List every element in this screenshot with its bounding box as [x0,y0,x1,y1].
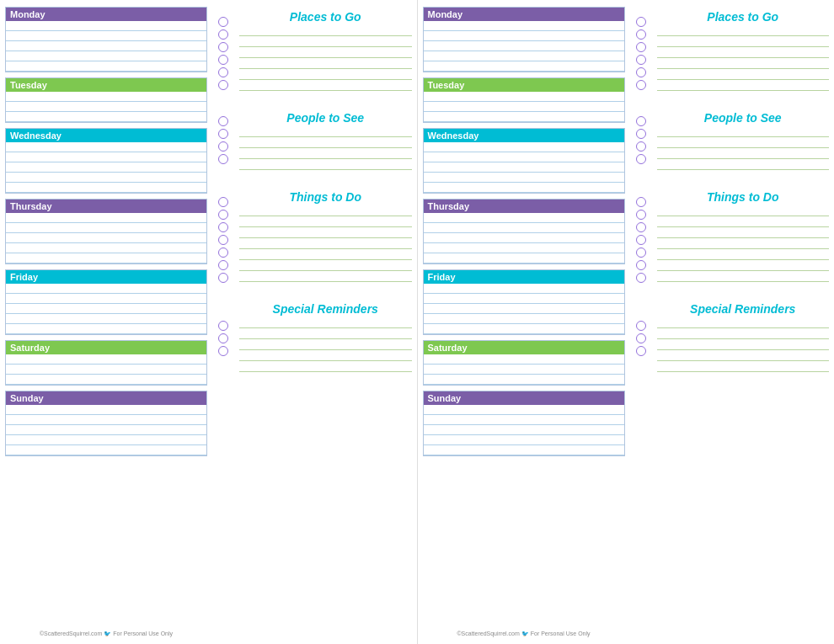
circle[interactable] [218,235,228,245]
day-line [424,365,624,375]
circle[interactable] [218,42,228,52]
circle[interactable] [218,116,228,126]
circle[interactable] [636,42,646,52]
day-line [6,435,206,445]
section-line [657,148,830,159]
right-circles-column [628,7,654,637]
section-line [657,350,830,361]
places-lines [239,25,412,91]
friday-header: Friday [6,270,206,284]
friday-block-r: Friday [423,269,625,335]
thursday-header: Thursday [6,200,206,213]
circle[interactable] [636,235,646,245]
circle[interactable] [636,346,646,356]
day-line [424,354,624,365]
circle[interactable] [218,67,228,77]
tuesday-lines-r [424,92,624,122]
things-section-r: Things to Do [657,187,830,282]
left-days-column: Monday Tuesday W [5,7,207,637]
day-line [6,304,206,314]
footer-copyright-r: ©ScatteredSquirrel.com [457,631,519,636]
left-circles-column [211,7,236,637]
section-line [657,58,830,69]
circle[interactable] [218,273,228,283]
circle[interactable] [636,80,646,90]
circle[interactable] [636,247,646,258]
day-line [424,223,624,233]
section-line [657,36,830,47]
section-line [657,216,830,227]
day-line [424,41,624,51]
circle[interactable] [218,129,228,139]
section-line [657,339,830,350]
things-title: Things to Do [239,187,412,205]
special-section-r: Special Reminders [657,299,830,372]
places-circles-r [636,17,646,93]
day-line [424,314,624,324]
circle[interactable] [636,222,646,232]
places-title-r: Places to Go [657,7,830,25]
circle[interactable] [636,141,646,152]
thursday-header-r: Thursday [424,200,624,213]
circle[interactable] [218,222,228,232]
section-line [239,36,412,47]
circle[interactable] [218,197,228,207]
circle[interactable] [218,346,228,356]
circle[interactable] [218,210,228,220]
circle[interactable] [636,116,646,126]
wednesday-lines-r [424,142,624,193]
people-circles [218,116,228,167]
circle[interactable] [218,333,228,343]
day-line [424,324,624,334]
right-footer: ©ScatteredSquirrel.com 🐦 For Personal Us… [423,629,625,637]
circle[interactable] [636,17,646,27]
circle[interactable] [636,321,646,331]
day-line [6,445,206,455]
circle[interactable] [218,29,228,40]
circle[interactable] [636,210,646,220]
section-line [239,238,412,249]
circle[interactable] [218,55,228,65]
saturday-lines-r [424,354,624,385]
circle[interactable] [218,260,228,270]
circle[interactable] [636,197,646,207]
day-line [424,375,624,385]
day-line [424,405,624,415]
circle[interactable] [218,247,228,258]
people-circles-r [636,116,646,167]
section-line [239,126,412,137]
people-lines-r [657,126,830,170]
people-title-r: People to See [657,108,830,126]
day-line [6,31,206,41]
circle[interactable] [218,141,228,152]
section-line [239,260,412,271]
monday-lines-r [424,21,624,72]
section-line [239,58,412,69]
circle[interactable] [636,129,646,139]
circle[interactable] [218,154,228,164]
circle[interactable] [218,17,228,27]
circle[interactable] [636,29,646,40]
section-line [657,238,830,249]
circle[interactable] [636,55,646,65]
section-line [239,361,412,372]
day-line [6,294,206,304]
circle[interactable] [636,273,646,283]
sunday-block: Sunday [5,391,207,456]
monday-block-r: Monday [423,7,625,72]
friday-lines-r [424,284,624,334]
wednesday-header: Wednesday [6,129,206,142]
circle[interactable] [218,80,228,90]
special-lines-r [657,317,830,372]
circle[interactable] [218,321,228,331]
circle[interactable] [636,154,646,164]
day-line [424,284,624,294]
circle[interactable] [636,260,646,270]
circle[interactable] [636,333,646,343]
footer-copyright: ©ScatteredSquirrel.com [40,631,102,636]
day-line [6,213,206,223]
section-line [239,271,412,282]
special-title-r: Special Reminders [657,299,830,317]
day-line [6,405,206,415]
circle[interactable] [636,67,646,77]
